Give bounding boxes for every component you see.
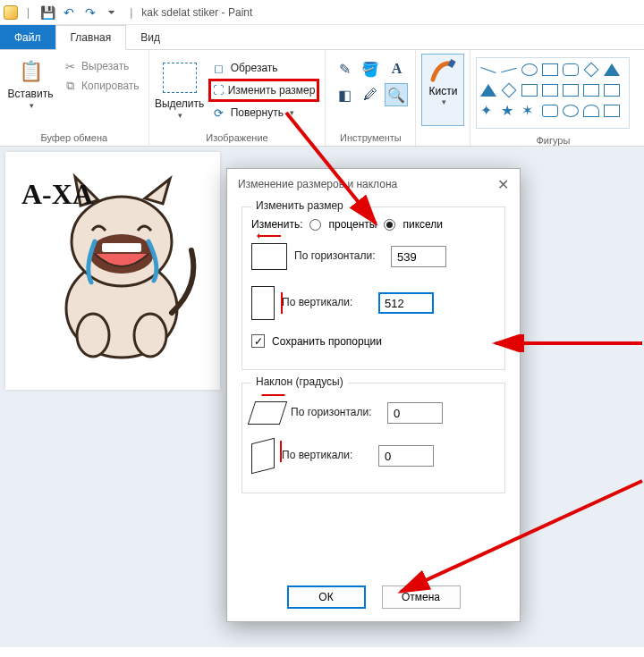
ribbon: 📋 Вставить ▾ ✂ Вырезать ⧉ Копировать Буф… <box>0 50 644 147</box>
shape-arrow-right[interactable] <box>563 84 579 97</box>
spacer <box>421 130 464 146</box>
skew-horizontal-input[interactable] <box>387 402 443 424</box>
shape-curve[interactable] <box>502 67 518 72</box>
caret-icon: ▾ <box>290 108 294 117</box>
group-shapes: ✦ ★ ✶ Фигуры <box>470 50 635 146</box>
radio-pixels[interactable] <box>384 219 395 231</box>
group-label-clipboard: Буфер обмена <box>5 130 143 146</box>
skew-vertical-icon <box>251 438 275 474</box>
radio-percent[interactable] <box>309 219 321 231</box>
shape-line[interactable] <box>481 66 496 72</box>
vertical-label: По вертикали: <box>282 297 371 308</box>
fill-tool[interactable]: 🪣 <box>359 57 382 80</box>
skew-vertical-label: По вертикали: <box>282 450 371 461</box>
rotate-button[interactable]: ⟳ Повернуть ▾ <box>208 104 320 122</box>
rotate-icon: ⟳ <box>212 105 226 120</box>
copy-button[interactable]: ⧉ Копировать <box>59 77 143 95</box>
shape-rect[interactable] <box>542 63 558 76</box>
keep-ratio-label: Сохранить пропорции <box>272 335 382 348</box>
group-tools: ✎ 🪣 A ◧ 🖉 🔍 Инструменты <box>326 50 416 146</box>
resize-label: Изменить размер <box>228 84 316 97</box>
shape-hexagon[interactable] <box>542 84 558 97</box>
redo-icon[interactable]: ↷ <box>81 4 99 21</box>
caret-icon: ▾ <box>442 97 446 106</box>
cancel-button[interactable]: Отмена <box>382 585 461 609</box>
rotate-label: Повернуть <box>231 106 284 119</box>
ribbon-tabs: Файл Главная Вид <box>0 25 644 50</box>
canvas[interactable]: A-XA <box>5 152 220 390</box>
text-tool[interactable]: A <box>385 57 408 80</box>
skew-groupbox: Наклон (градусы) По горизонтали: По верт… <box>242 383 505 493</box>
svg-point-6 <box>134 314 166 357</box>
tab-file[interactable]: Файл <box>0 25 55 49</box>
horizontal-input[interactable] <box>391 246 446 267</box>
tab-view[interactable]: Вид <box>126 25 174 49</box>
crop-icon: ◻ <box>212 61 226 75</box>
cut-label: Вырезать <box>81 60 129 72</box>
shape-6star[interactable]: ✶ <box>521 105 538 117</box>
group-brushes: Кисти ▾ <box>416 50 470 146</box>
resize-button[interactable]: ⛶ Изменить размер <box>208 79 320 102</box>
qat-dropdown-icon[interactable]: ⏷ <box>103 4 121 21</box>
shape-4star[interactable]: ✦ <box>480 105 496 117</box>
vertical-icon <box>251 286 275 320</box>
resize-dialog: Изменение размеров и наклона ✕ Изменить … <box>226 168 521 622</box>
pencil-tool[interactable]: ✎ <box>333 57 356 80</box>
magnifier-tool[interactable]: 🔍 <box>385 83 408 106</box>
shape-callout[interactable] <box>542 105 558 117</box>
shape-triangle[interactable] <box>604 63 620 76</box>
separator: | <box>27 6 30 19</box>
pixels-label: пиксели <box>402 218 443 231</box>
skew-group-title: Наклон (градусы) <box>251 375 348 388</box>
shape-5star[interactable]: ★ <box>501 105 517 117</box>
save-icon[interactable]: 💾 <box>38 4 56 21</box>
shape-polygon[interactable] <box>584 63 599 78</box>
group-label-image: Изображение <box>155 130 320 146</box>
shape-lightning[interactable] <box>604 105 620 117</box>
shapes-gallery[interactable]: ✦ ★ ✶ <box>476 57 630 129</box>
group-image: Выделить ▾ ◻ Обрезать ⛶ Изменить размер … <box>149 50 326 146</box>
ok-button[interactable]: ОК <box>287 585 366 609</box>
eyedropper-tool[interactable]: 🖉 <box>359 83 382 106</box>
resize-group-title: Изменить размер <box>251 199 348 212</box>
by-label: Изменить: <box>251 218 302 231</box>
resize-icon: ⛶ <box>213 84 224 97</box>
paste-button[interactable]: 📋 Вставить ▾ <box>5 54 55 130</box>
skew-horizontal-icon <box>248 401 287 425</box>
paste-label: Вставить <box>8 88 54 101</box>
keep-ratio-checkbox[interactable]: ✓ <box>251 334 265 348</box>
select-button[interactable]: Выделить ▾ <box>155 54 205 130</box>
select-label: Выделить <box>155 98 204 111</box>
shape-heart[interactable] <box>583 105 599 117</box>
skew-horizontal-label: По горизонтали: <box>291 407 380 418</box>
shape-oval[interactable] <box>521 63 538 76</box>
brushes-button[interactable]: Кисти ▾ <box>421 54 464 126</box>
vertical-input[interactable] <box>378 292 434 314</box>
shape-rounded-rect[interactable] <box>563 63 579 76</box>
copy-label: Копировать <box>81 80 140 92</box>
horizontal-icon <box>251 243 287 270</box>
shape-arrow-left[interactable] <box>583 84 599 97</box>
group-clipboard: 📋 Вставить ▾ ✂ Вырезать ⧉ Копировать Буф… <box>0 50 149 146</box>
shape-right-triangle[interactable] <box>480 84 496 97</box>
cut-button[interactable]: ✂ Вырезать <box>59 57 143 75</box>
shape-diamond[interactable] <box>502 83 517 98</box>
undo-icon[interactable]: ↶ <box>60 4 78 21</box>
svg-point-5 <box>77 314 109 357</box>
shape-pentagon[interactable] <box>521 84 538 97</box>
crop-label: Обрезать <box>231 62 278 74</box>
shape-thought[interactable] <box>563 105 579 117</box>
crop-button[interactable]: ◻ Обрезать <box>208 59 320 77</box>
skew-vertical-input[interactable] <box>378 445 434 467</box>
close-icon[interactable]: ✕ <box>497 176 509 193</box>
select-icon <box>163 63 197 93</box>
sticker-text: A-XA <box>21 178 93 210</box>
shape-arrow-up[interactable] <box>604 84 620 97</box>
dialog-titlebar: Изменение размеров и наклона ✕ <box>227 169 520 199</box>
tab-home[interactable]: Главная <box>55 25 127 50</box>
caret-icon: ▾ <box>178 111 182 120</box>
eraser-tool[interactable]: ◧ <box>333 83 356 106</box>
brush-icon <box>429 58 456 85</box>
caret-icon: ▾ <box>30 101 34 110</box>
app-icon <box>4 5 18 20</box>
